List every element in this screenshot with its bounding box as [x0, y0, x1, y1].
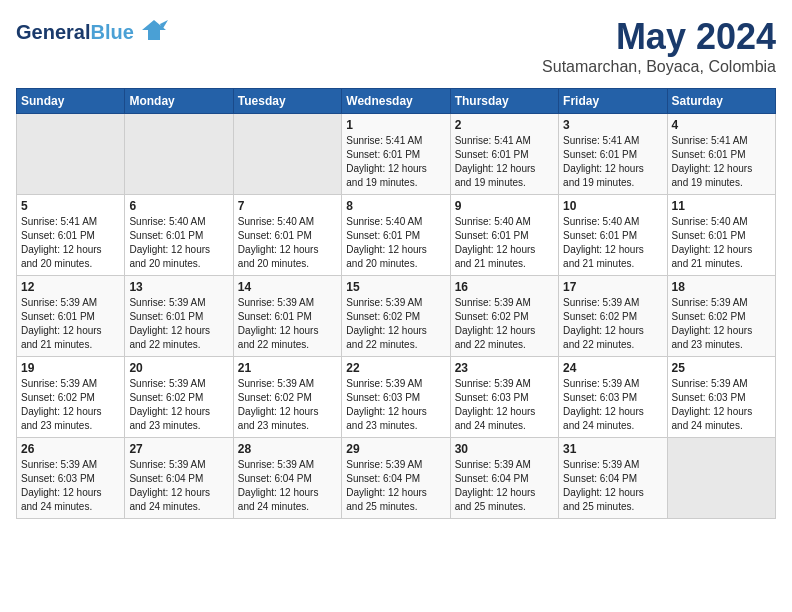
day-number: 16 — [455, 280, 554, 294]
calendar-cell: 13Sunrise: 5:39 AM Sunset: 6:01 PM Dayli… — [125, 276, 233, 357]
day-info: Sunrise: 5:39 AM Sunset: 6:03 PM Dayligh… — [346, 377, 445, 433]
page-title: May 2024 — [542, 16, 776, 58]
calendar-table: SundayMondayTuesdayWednesdayThursdayFrid… — [16, 88, 776, 519]
day-number: 11 — [672, 199, 771, 213]
calendar-cell: 1Sunrise: 5:41 AM Sunset: 6:01 PM Daylig… — [342, 114, 450, 195]
calendar-cell: 31Sunrise: 5:39 AM Sunset: 6:04 PM Dayli… — [559, 438, 667, 519]
calendar-cell: 28Sunrise: 5:39 AM Sunset: 6:04 PM Dayli… — [233, 438, 341, 519]
day-number: 4 — [672, 118, 771, 132]
calendar-day-header: Friday — [559, 89, 667, 114]
day-number: 5 — [21, 199, 120, 213]
day-number: 24 — [563, 361, 662, 375]
day-number: 1 — [346, 118, 445, 132]
day-number: 30 — [455, 442, 554, 456]
day-info: Sunrise: 5:39 AM Sunset: 6:03 PM Dayligh… — [455, 377, 554, 433]
day-number: 19 — [21, 361, 120, 375]
day-info: Sunrise: 5:41 AM Sunset: 6:01 PM Dayligh… — [455, 134, 554, 190]
day-number: 23 — [455, 361, 554, 375]
calendar-cell: 7Sunrise: 5:40 AM Sunset: 6:01 PM Daylig… — [233, 195, 341, 276]
calendar-cell — [667, 438, 775, 519]
day-info: Sunrise: 5:40 AM Sunset: 6:01 PM Dayligh… — [672, 215, 771, 271]
calendar-cell: 20Sunrise: 5:39 AM Sunset: 6:02 PM Dayli… — [125, 357, 233, 438]
day-number: 26 — [21, 442, 120, 456]
calendar-cell: 5Sunrise: 5:41 AM Sunset: 6:01 PM Daylig… — [17, 195, 125, 276]
calendar-week-row: 5Sunrise: 5:41 AM Sunset: 6:01 PM Daylig… — [17, 195, 776, 276]
day-info: Sunrise: 5:39 AM Sunset: 6:02 PM Dayligh… — [563, 296, 662, 352]
calendar-cell: 12Sunrise: 5:39 AM Sunset: 6:01 PM Dayli… — [17, 276, 125, 357]
day-number: 22 — [346, 361, 445, 375]
day-info: Sunrise: 5:39 AM Sunset: 6:01 PM Dayligh… — [129, 296, 228, 352]
calendar-cell: 14Sunrise: 5:39 AM Sunset: 6:01 PM Dayli… — [233, 276, 341, 357]
day-info: Sunrise: 5:39 AM Sunset: 6:04 PM Dayligh… — [563, 458, 662, 514]
day-number: 12 — [21, 280, 120, 294]
day-info: Sunrise: 5:41 AM Sunset: 6:01 PM Dayligh… — [563, 134, 662, 190]
calendar-cell: 8Sunrise: 5:40 AM Sunset: 6:01 PM Daylig… — [342, 195, 450, 276]
day-number: 2 — [455, 118, 554, 132]
day-info: Sunrise: 5:41 AM Sunset: 6:01 PM Dayligh… — [672, 134, 771, 190]
day-number: 15 — [346, 280, 445, 294]
day-number: 13 — [129, 280, 228, 294]
day-number: 25 — [672, 361, 771, 375]
calendar-day-header: Thursday — [450, 89, 558, 114]
calendar-day-header: Tuesday — [233, 89, 341, 114]
calendar-cell: 19Sunrise: 5:39 AM Sunset: 6:02 PM Dayli… — [17, 357, 125, 438]
day-info: Sunrise: 5:39 AM Sunset: 6:03 PM Dayligh… — [21, 458, 120, 514]
day-number: 14 — [238, 280, 337, 294]
day-info: Sunrise: 5:39 AM Sunset: 6:02 PM Dayligh… — [21, 377, 120, 433]
day-number: 6 — [129, 199, 228, 213]
calendar-day-header: Wednesday — [342, 89, 450, 114]
day-info: Sunrise: 5:39 AM Sunset: 6:02 PM Dayligh… — [238, 377, 337, 433]
day-info: Sunrise: 5:39 AM Sunset: 6:04 PM Dayligh… — [346, 458, 445, 514]
logo-bird-icon — [140, 16, 168, 48]
day-info: Sunrise: 5:39 AM Sunset: 6:03 PM Dayligh… — [672, 377, 771, 433]
calendar-cell: 26Sunrise: 5:39 AM Sunset: 6:03 PM Dayli… — [17, 438, 125, 519]
day-number: 27 — [129, 442, 228, 456]
day-number: 29 — [346, 442, 445, 456]
calendar-cell: 6Sunrise: 5:40 AM Sunset: 6:01 PM Daylig… — [125, 195, 233, 276]
calendar-week-row: 1Sunrise: 5:41 AM Sunset: 6:01 PM Daylig… — [17, 114, 776, 195]
page-header: GeneralBlue May 2024 Sutamarchan, Boyaca… — [16, 16, 776, 76]
day-info: Sunrise: 5:39 AM Sunset: 6:02 PM Dayligh… — [129, 377, 228, 433]
calendar-header-row: SundayMondayTuesdayWednesdayThursdayFrid… — [17, 89, 776, 114]
calendar-cell: 10Sunrise: 5:40 AM Sunset: 6:01 PM Dayli… — [559, 195, 667, 276]
calendar-cell: 3Sunrise: 5:41 AM Sunset: 6:01 PM Daylig… — [559, 114, 667, 195]
logo-text: GeneralBlue — [16, 22, 134, 42]
day-number: 28 — [238, 442, 337, 456]
calendar-day-header: Monday — [125, 89, 233, 114]
day-info: Sunrise: 5:39 AM Sunset: 6:01 PM Dayligh… — [238, 296, 337, 352]
calendar-day-header: Saturday — [667, 89, 775, 114]
calendar-cell: 4Sunrise: 5:41 AM Sunset: 6:01 PM Daylig… — [667, 114, 775, 195]
day-number: 7 — [238, 199, 337, 213]
calendar-cell: 16Sunrise: 5:39 AM Sunset: 6:02 PM Dayli… — [450, 276, 558, 357]
day-info: Sunrise: 5:40 AM Sunset: 6:01 PM Dayligh… — [563, 215, 662, 271]
calendar-cell: 23Sunrise: 5:39 AM Sunset: 6:03 PM Dayli… — [450, 357, 558, 438]
day-info: Sunrise: 5:39 AM Sunset: 6:03 PM Dayligh… — [563, 377, 662, 433]
day-info: Sunrise: 5:39 AM Sunset: 6:01 PM Dayligh… — [21, 296, 120, 352]
calendar-cell: 15Sunrise: 5:39 AM Sunset: 6:02 PM Dayli… — [342, 276, 450, 357]
day-number: 21 — [238, 361, 337, 375]
calendar-cell: 25Sunrise: 5:39 AM Sunset: 6:03 PM Dayli… — [667, 357, 775, 438]
day-info: Sunrise: 5:39 AM Sunset: 6:02 PM Dayligh… — [672, 296, 771, 352]
calendar-cell: 24Sunrise: 5:39 AM Sunset: 6:03 PM Dayli… — [559, 357, 667, 438]
calendar-cell: 17Sunrise: 5:39 AM Sunset: 6:02 PM Dayli… — [559, 276, 667, 357]
calendar-day-header: Sunday — [17, 89, 125, 114]
calendar-week-row: 19Sunrise: 5:39 AM Sunset: 6:02 PM Dayli… — [17, 357, 776, 438]
day-number: 9 — [455, 199, 554, 213]
day-info: Sunrise: 5:39 AM Sunset: 6:02 PM Dayligh… — [346, 296, 445, 352]
page-subtitle: Sutamarchan, Boyaca, Colombia — [542, 58, 776, 76]
calendar-cell: 29Sunrise: 5:39 AM Sunset: 6:04 PM Dayli… — [342, 438, 450, 519]
day-info: Sunrise: 5:41 AM Sunset: 6:01 PM Dayligh… — [21, 215, 120, 271]
calendar-cell: 2Sunrise: 5:41 AM Sunset: 6:01 PM Daylig… — [450, 114, 558, 195]
day-info: Sunrise: 5:40 AM Sunset: 6:01 PM Dayligh… — [346, 215, 445, 271]
day-number: 10 — [563, 199, 662, 213]
calendar-cell: 21Sunrise: 5:39 AM Sunset: 6:02 PM Dayli… — [233, 357, 341, 438]
calendar-cell: 18Sunrise: 5:39 AM Sunset: 6:02 PM Dayli… — [667, 276, 775, 357]
calendar-cell: 9Sunrise: 5:40 AM Sunset: 6:01 PM Daylig… — [450, 195, 558, 276]
calendar-cell — [125, 114, 233, 195]
day-number: 31 — [563, 442, 662, 456]
day-info: Sunrise: 5:39 AM Sunset: 6:04 PM Dayligh… — [455, 458, 554, 514]
logo: GeneralBlue — [16, 16, 168, 48]
day-number: 17 — [563, 280, 662, 294]
day-number: 20 — [129, 361, 228, 375]
title-block: May 2024 Sutamarchan, Boyaca, Colombia — [542, 16, 776, 76]
